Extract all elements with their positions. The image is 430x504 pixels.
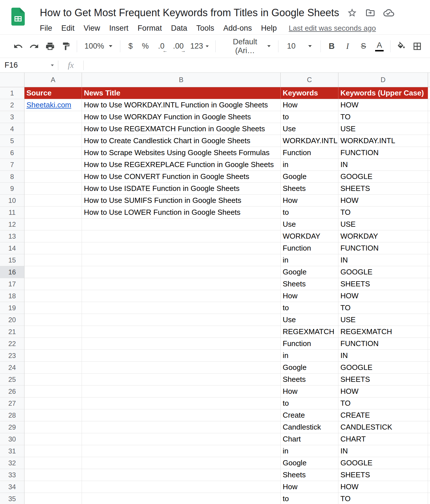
- cell-a[interactable]: [24, 195, 82, 207]
- cell-b[interactable]: [82, 481, 281, 493]
- cell-a[interactable]: [24, 445, 82, 457]
- cell-d[interactable]: IN: [338, 350, 428, 362]
- row-number[interactable]: 33: [0, 469, 24, 481]
- row-number[interactable]: 17: [0, 278, 24, 290]
- page-title[interactable]: How to Get Most Frequent Keywords from T…: [40, 7, 339, 19]
- cloud-saved-icon[interactable]: [383, 7, 394, 18]
- cell-e[interactable]: [428, 290, 430, 302]
- cell-c[interactable]: Sheets: [281, 469, 338, 481]
- cell-e[interactable]: [428, 445, 430, 457]
- strikethrough-button[interactable]: S: [356, 38, 371, 54]
- cell-e[interactable]: [428, 254, 430, 266]
- cell-d[interactable]: GOOGLE: [338, 457, 428, 469]
- row-number[interactable]: 34: [0, 481, 24, 493]
- cell-e[interactable]: [428, 266, 430, 278]
- row-number[interactable]: 6: [0, 147, 24, 159]
- cell-e[interactable]: [428, 338, 430, 350]
- cell-e[interactable]: [428, 207, 430, 218]
- cell-e[interactable]: [428, 469, 430, 481]
- cell-c[interactable]: in: [281, 254, 338, 266]
- cell-d[interactable]: USE: [338, 218, 428, 230]
- cell-b[interactable]: [82, 326, 281, 338]
- cell-b[interactable]: [82, 397, 281, 409]
- cell-c[interactable]: to: [281, 493, 338, 504]
- row-number[interactable]: 27: [0, 397, 24, 409]
- cell-b[interactable]: How to Use WORKDAY.INTL Function in Goog…: [82, 99, 281, 111]
- cell-c[interactable]: to: [281, 111, 338, 123]
- row-number[interactable]: 16: [0, 266, 24, 278]
- zoom-select[interactable]: 100%: [80, 38, 117, 54]
- cell-d[interactable]: GOOGLE: [338, 266, 428, 278]
- row-number[interactable]: 1: [0, 87, 24, 99]
- menu-insert[interactable]: Insert: [105, 24, 133, 33]
- row-number[interactable]: 28: [0, 409, 24, 421]
- row-number[interactable]: 23: [0, 350, 24, 362]
- cell-a[interactable]: [24, 147, 82, 159]
- cell-c[interactable]: How: [281, 481, 338, 493]
- cell-d[interactable]: CREATE: [338, 409, 428, 421]
- cell-a[interactable]: [24, 409, 82, 421]
- cell-b[interactable]: [82, 433, 281, 445]
- star-icon[interactable]: [347, 8, 357, 18]
- cell-c[interactable]: Google: [281, 362, 338, 374]
- cell-b[interactable]: [82, 302, 281, 314]
- cell-b[interactable]: How to Use ISDATE Function in Google She…: [82, 183, 281, 195]
- cell-a[interactable]: [24, 421, 82, 433]
- cell-c[interactable]: REGEXMATCH: [281, 326, 338, 338]
- cell-e[interactable]: [428, 457, 430, 469]
- row-number[interactable]: 26: [0, 386, 24, 397]
- cell-d[interactable]: FUNCTION: [338, 147, 428, 159]
- cell-b[interactable]: [82, 242, 281, 254]
- cell-a[interactable]: [24, 386, 82, 397]
- row-number[interactable]: 13: [0, 230, 24, 242]
- cell-d[interactable]: HOW: [338, 195, 428, 207]
- row-number[interactable]: 32: [0, 457, 24, 469]
- cell-c[interactable]: to: [281, 397, 338, 409]
- cell-a[interactable]: [24, 433, 82, 445]
- cell-d[interactable]: CANDLESTICK: [338, 421, 428, 433]
- row-number[interactable]: 30: [0, 433, 24, 445]
- column-header-d[interactable]: D: [338, 73, 428, 87]
- cell-e[interactable]: [428, 409, 430, 421]
- cell-a[interactable]: [24, 111, 82, 123]
- cell-a[interactable]: [24, 242, 82, 254]
- menu-file[interactable]: File: [35, 24, 57, 33]
- menu-view[interactable]: View: [79, 24, 105, 33]
- cell-d[interactable]: FUNCTION: [338, 242, 428, 254]
- cell-d[interactable]: REGEXMATCH: [338, 326, 428, 338]
- cell-d[interactable]: TO: [338, 397, 428, 409]
- cell-d[interactable]: WORKDAY: [338, 230, 428, 242]
- cell-a[interactable]: [24, 266, 82, 278]
- redo-button[interactable]: [27, 38, 42, 54]
- row-number[interactable]: 22: [0, 338, 24, 350]
- cell-d[interactable]: Keywords (Upper Case): [338, 87, 428, 99]
- cell-c[interactable]: Function: [281, 147, 338, 159]
- cell-e[interactable]: [428, 123, 430, 135]
- cell-c[interactable]: Google: [281, 266, 338, 278]
- cell-b[interactable]: [82, 230, 281, 242]
- decrease-decimal-button[interactable]: .0 ←: [153, 38, 169, 54]
- cell-b[interactable]: [82, 290, 281, 302]
- cell-c[interactable]: Sheets: [281, 278, 338, 290]
- column-header-c[interactable]: C: [281, 73, 338, 87]
- formula-input[interactable]: [84, 58, 430, 72]
- cell-e[interactable]: [428, 386, 430, 397]
- row-number[interactable]: 11: [0, 207, 24, 218]
- cell-c[interactable]: Google: [281, 457, 338, 469]
- italic-button[interactable]: I: [340, 38, 355, 54]
- menu-addons[interactable]: Add-ons: [219, 24, 257, 33]
- cell-d[interactable]: TO: [338, 111, 428, 123]
- format-percent-button[interactable]: %: [138, 38, 152, 54]
- row-number[interactable]: 35: [0, 493, 24, 504]
- cell-e[interactable]: [428, 111, 430, 123]
- cell-a[interactable]: [24, 135, 82, 147]
- cell-b[interactable]: How to Scrape Websites Using Google Shee…: [82, 147, 281, 159]
- cell-a[interactable]: [24, 493, 82, 504]
- cell-c[interactable]: Keywords: [281, 87, 338, 99]
- cell-e[interactable]: [428, 159, 430, 171]
- cell-b[interactable]: [82, 350, 281, 362]
- cell-c[interactable]: How: [281, 386, 338, 397]
- row-number[interactable]: 19: [0, 302, 24, 314]
- cell-a[interactable]: [24, 230, 82, 242]
- cell-e[interactable]: [428, 171, 430, 183]
